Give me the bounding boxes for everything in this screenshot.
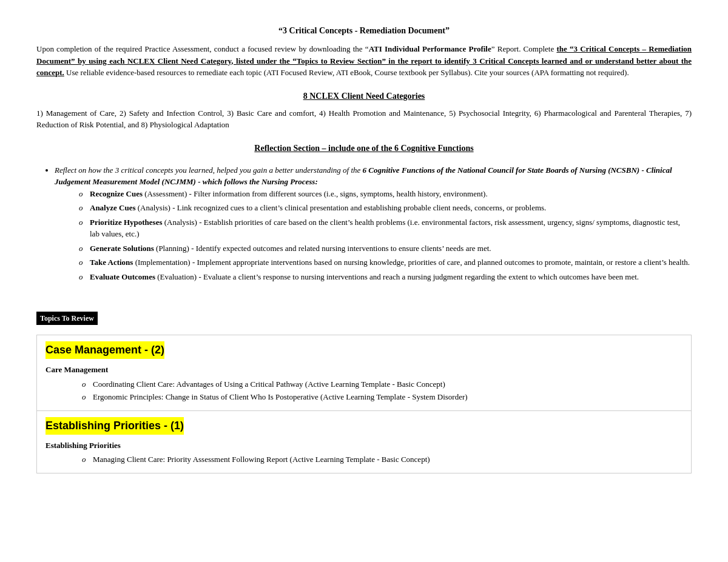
cognitive-function-6: Evaluate Outcomes (Evaluation) - Evaluat… [79,271,692,283]
cognitive-function-2: Analyze Cues (Analysis) - Link recognize… [79,202,692,214]
list-item: Ergonomic Principles: Change in Status o… [82,391,682,403]
list-item: Managing Client Care: Priority Assessmen… [82,453,682,466]
subcategory-2: Establishing Priorities Managing Client … [46,440,682,466]
cognitive-function-1: Recognize Cues (Assessment) - Filter inf… [79,188,692,200]
category-block-2: Establishing Priorities - (1) Establishi… [36,411,692,473]
reflection-bullet: Reflect on how the 3 critical concepts y… [55,164,692,283]
ati-profile-bold: ATI Individual Performance Profile [369,44,491,53]
cognitive-functions-list: Recognize Cues (Assessment) - Filter inf… [79,188,692,283]
cognitive-function-5: Take Actions (Implementation) - Implemen… [79,256,692,269]
reflection-section-title: Reflection Section – include one of the … [36,142,692,155]
nclex-section-title: 8 NCLEX Client Need Categories [36,90,692,102]
subcategory-title-2: Establishing Priorities [46,440,682,452]
topics-to-review-label-wrapper: Topics To Review [36,297,692,330]
topics-to-review-label: Topics To Review [36,312,98,325]
cognitive-function-3: Prioritize Hypotheses (Analysis) - Estab… [79,216,692,240]
nclex-categories-text: 1) Management of Care, 2) Safety and Inf… [36,107,692,131]
cognitive-function-4: Generate Solutions (Planning) - Identify… [79,243,692,255]
intro-paragraph: Upon completion of the required Practice… [36,43,692,79]
category-heading-1: Case Management - (2) [46,341,682,361]
document-title: “3 Critical Concepts - Remediation Docum… [36,24,692,37]
subcategory-1: Care Management Coordinating Client Care… [46,364,682,403]
category-block-1: Case Management - (2) Care Management Co… [36,335,692,411]
subcategory-title-1: Care Management [46,364,682,376]
intro-part2: ” Report. Complete [491,44,557,53]
item-list-2: Managing Client Care: Priority Assessmen… [82,453,682,466]
intro-part1: Upon completion of the required Practice… [36,44,369,53]
intro-part3: Use reliable evidence-based resources to… [64,68,629,77]
item-list-1: Coordinating Client Care: Advantages of … [82,378,682,403]
category-heading-2: Establishing Priorities - (1) [46,417,682,437]
reflection-section: Reflect on how the 3 critical concepts y… [36,164,692,283]
reflection-intro-italic: Reflect on how the 3 critical concepts y… [55,166,672,187]
list-item: Coordinating Client Care: Advantages of … [82,378,682,390]
